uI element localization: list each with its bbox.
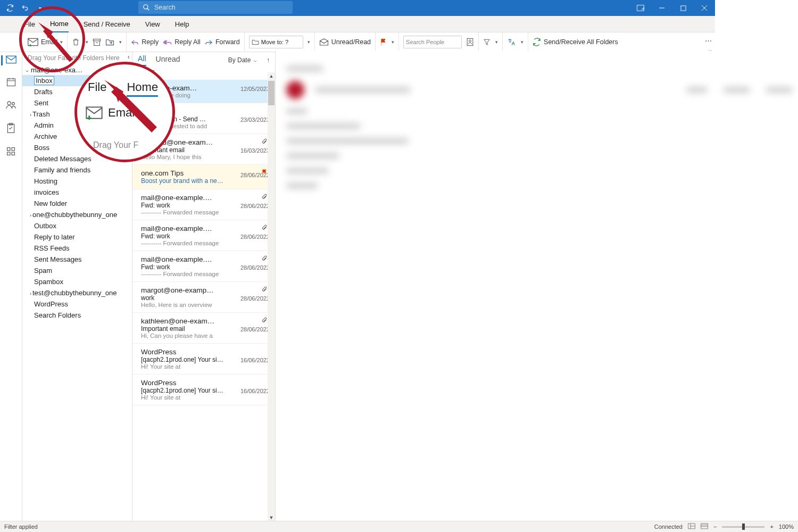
svg-point-6 xyxy=(469,40,471,42)
forward-icon xyxy=(205,39,213,45)
sync-icon[interactable] xyxy=(5,3,15,13)
mail-item[interactable]: kathleen@one-exam…Important emailHi, Can… xyxy=(132,313,275,344)
folder-outbox[interactable]: Outbox xyxy=(22,220,132,231)
mail-item[interactable]: WordPress[qacph2.1prod.one] Your si…Hi! … xyxy=(132,375,275,405)
folder-deleted-messages[interactable]: Deleted Messages xyxy=(22,153,132,164)
svg-point-9 xyxy=(7,102,11,105)
message-list: All Unread By Date ⌵ ↑ …der ald@one-exam… xyxy=(132,51,276,477)
folder-sent-messages[interactable]: Sent Messages xyxy=(22,254,132,265)
folder-inbox[interactable]: Inbox xyxy=(22,75,132,86)
folder-hosting[interactable]: Hosting xyxy=(22,176,132,187)
ribbon: Email ▾ ▾ ▾ Reply Reply All Forward Move… xyxy=(0,32,715,52)
mail-item[interactable]: thorvald@one-exam…important emailHello M… xyxy=(132,134,275,165)
folder-boss[interactable]: Boss xyxy=(22,142,132,153)
svg-rect-15 xyxy=(12,152,14,155)
translate-button[interactable]: ▾ xyxy=(507,32,523,52)
folder-archive[interactable]: Archive xyxy=(22,131,132,142)
move-to-caret[interactable]: ▾ xyxy=(307,32,310,52)
maximize-icon[interactable] xyxy=(678,3,688,13)
mail-item[interactable]: ald@one-exam…Hope you're doing12/05/2023 xyxy=(132,80,275,103)
reply-all-button[interactable]: Reply All xyxy=(163,32,201,52)
ribbon-more-icon[interactable]: ⋯ xyxy=(705,37,712,45)
folder-family-and-friends[interactable]: Family and friends xyxy=(22,164,132,176)
folder-spambox[interactable]: Spambox xyxy=(22,276,132,287)
quick-access-more-icon[interactable]: ▾ xyxy=(35,3,45,13)
translate-icon xyxy=(507,38,516,46)
folder-spam[interactable]: Spam xyxy=(22,265,132,276)
folder-one-chubbythebunny-one[interactable]: ›one@chubbythebunny_one xyxy=(22,209,132,220)
rail-more-icon[interactable] xyxy=(6,147,15,157)
flag-icon xyxy=(380,38,387,46)
tab-all[interactable]: All xyxy=(138,54,146,66)
minimize-icon[interactable] xyxy=(656,3,667,13)
unread-read-button[interactable]: Unread/Read xyxy=(319,32,371,52)
sort-asc-icon[interactable]: ↑ xyxy=(267,56,270,64)
attachment-icon xyxy=(261,317,268,326)
svg-point-10 xyxy=(12,102,14,105)
folder-trash[interactable]: ›Trash xyxy=(22,109,132,120)
favorites-drop: Drag Your Favorite Folders Here xyxy=(22,51,132,65)
scroll-up-icon[interactable]: ▲ xyxy=(268,72,275,80)
trash-icon xyxy=(72,38,80,46)
delete-button[interactable]: ▾ xyxy=(72,32,88,52)
folder-wordpress[interactable]: WordPress xyxy=(22,298,132,310)
close-icon[interactable] xyxy=(699,3,710,13)
archive-icon xyxy=(93,38,101,46)
account-header[interactable]: ⌵mail@one-exa… xyxy=(22,65,132,75)
scrollbar-thumb[interactable] xyxy=(268,81,275,105)
tab-help[interactable]: Help xyxy=(175,16,189,32)
rail-tasks-icon[interactable] xyxy=(6,123,15,135)
attachment-icon xyxy=(261,194,268,203)
move-to-dropdown[interactable]: Move to: ? xyxy=(249,36,303,48)
mail-item[interactable]: mail@one-example.…Fwd: work---------- Fo… xyxy=(132,220,275,251)
collapse-folders-icon[interactable]: ‹ xyxy=(128,53,130,61)
svg-rect-13 xyxy=(12,148,14,151)
mail-item[interactable]: mail@one-example.…Fwd: work---------- Fo… xyxy=(132,251,275,282)
new-email-button[interactable]: Email ▾ xyxy=(28,32,63,52)
archive-button[interactable] xyxy=(93,32,101,52)
tab-unread[interactable]: Unread xyxy=(156,55,180,65)
tab-home[interactable]: Home xyxy=(50,15,69,32)
folder-test-chubbythebunny-one[interactable]: ›test@chubbythebunny_one xyxy=(22,287,132,298)
reply-button[interactable]: Reply xyxy=(131,32,159,52)
mail-item[interactable]: mail@one-example.…Fwd: work---------- Fo… xyxy=(132,189,275,220)
forward-button[interactable]: Forward xyxy=(205,32,240,52)
scrollbar-track[interactable] xyxy=(268,72,275,477)
attachment-icon xyxy=(261,138,268,147)
address-book-button[interactable] xyxy=(466,32,474,52)
mail-item[interactable]: WordPress[qacph2.1prod.one] Your si…Hi! … xyxy=(132,344,275,375)
search-input[interactable]: Search xyxy=(138,1,293,14)
filter-button[interactable]: ▾ xyxy=(483,32,498,52)
folder-rss-feeds[interactable]: RSS Feeds xyxy=(22,243,132,254)
rail-calendar-icon[interactable] xyxy=(6,77,16,88)
folder-admin[interactable]: Admin xyxy=(22,120,132,131)
ribbon-display-icon[interactable] xyxy=(635,3,646,13)
tab-send-receive[interactable]: Send / Receive xyxy=(84,16,130,32)
folder-reply-to-later[interactable]: Reply to later xyxy=(22,231,132,243)
folder-pane: ‹ Drag Your Favorite Folders Here ⌵mail@… xyxy=(22,51,132,477)
new-email-label: Email xyxy=(41,38,57,46)
undo-icon[interactable] xyxy=(20,3,30,13)
svg-rect-14 xyxy=(7,152,10,155)
sort-button[interactable]: By Date ⌵ ↑ xyxy=(228,56,270,64)
attachment-icon xyxy=(261,225,268,234)
flag-button[interactable]: ▾ xyxy=(380,32,394,52)
folder-invoices[interactable]: invoices xyxy=(22,187,132,198)
folder-search-folders[interactable]: Search Folders xyxy=(22,310,132,321)
search-people-input[interactable]: Search People xyxy=(403,36,462,48)
move-button[interactable]: ▾ xyxy=(105,32,122,52)
tab-file[interactable]: File xyxy=(24,16,35,32)
ribbon-tabs: File Home Send / Receive View Help xyxy=(0,16,715,32)
rail-mail-icon[interactable] xyxy=(1,55,16,65)
reading-pane xyxy=(276,51,715,477)
mail-item[interactable]: margot@one-examp…workHello, Here is an o… xyxy=(132,282,275,313)
folder-drafts[interactable]: Drafts xyxy=(22,86,132,97)
mail-item[interactable]: one.com TipsBoost your brand with a ne…2… xyxy=(132,165,275,189)
folder-sent[interactable]: Sent xyxy=(22,97,132,109)
tab-view[interactable]: View xyxy=(145,16,160,32)
send-receive-all-button[interactable]: Send/Receive All Folders xyxy=(533,32,618,52)
rail-people-icon[interactable] xyxy=(6,100,16,111)
mail-item[interactable]: TeamConfirmation - Send …d have requeste… xyxy=(132,103,275,134)
folder-new-folder[interactable]: New folder xyxy=(22,198,132,209)
book-icon xyxy=(466,38,474,46)
